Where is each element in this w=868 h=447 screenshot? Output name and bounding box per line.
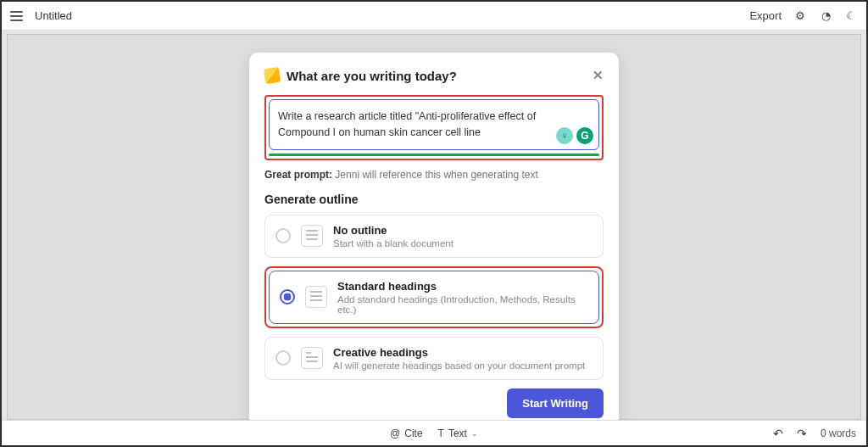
at-icon: @	[390, 427, 400, 439]
headings-page-icon	[305, 286, 327, 308]
modal-title: What are you writing today?	[287, 69, 457, 83]
export-button[interactable]: Export	[749, 9, 782, 22]
wave-icon	[264, 67, 281, 84]
prompt-highlight-frame: Write a research article titled "Anti-pr…	[264, 95, 604, 160]
word-count: 0 words	[821, 427, 856, 439]
prompt-modal: What are you writing today? ✕ Write a re…	[249, 53, 619, 433]
prompt-helper-label: Great prompt:	[264, 169, 332, 181]
chevron-down-icon: ⌄	[471, 429, 478, 438]
prompt-input[interactable]: Write a research article titled "Anti-pr…	[269, 99, 599, 150]
close-icon[interactable]: ✕	[593, 68, 604, 83]
option-title: Creative headings	[333, 346, 585, 359]
option-title: No outline	[333, 224, 453, 237]
outline-option-none[interactable]: No outline Start with a blank document	[264, 215, 604, 258]
prompt-helper: Great prompt: Jenni will reference this …	[264, 169, 604, 181]
bottom-bar: @ Cite T Text ⌄ ↶ ↷ 0 words	[2, 420, 866, 445]
menu-icon[interactable]	[10, 11, 23, 21]
radio-icon	[275, 228, 291, 243]
top-bar: Untitled Export ⚙ ◔ ☾	[2, 2, 866, 31]
cite-label: Cite	[404, 427, 422, 439]
start-writing-button[interactable]: Start Writing	[507, 388, 604, 418]
prompt-input-text: Write a research article titled "Anti-pr…	[278, 110, 536, 138]
app-window: Untitled Export ⚙ ◔ ☾ What are you writi…	[0, 0, 868, 447]
option-title: Standard headings	[337, 280, 588, 293]
outline-option-standard[interactable]: Standard headings Add standard headings …	[269, 271, 599, 324]
clock-icon[interactable]: ◔	[819, 9, 832, 23]
prompt-strength-bar	[269, 154, 599, 156]
document-title[interactable]: Untitled	[35, 9, 72, 22]
option-subtitle: Add standard headings (Introduction, Met…	[337, 294, 588, 315]
text-style-button[interactable]: T Text ⌄	[438, 427, 478, 439]
grammarly-icon[interactable]: G	[576, 127, 593, 144]
radio-icon-selected	[280, 289, 295, 305]
moon-icon[interactable]: ☾	[844, 9, 858, 23]
blank-page-icon	[301, 225, 323, 247]
prompt-helper-text: Jenni will reference this when generatin…	[335, 169, 537, 181]
generate-outline-label: Generate outline	[264, 193, 604, 206]
suggestion-icon[interactable]: ♀	[556, 127, 573, 144]
undo-button[interactable]: ↶	[773, 427, 783, 440]
creative-page-icon	[301, 347, 323, 369]
text-icon: T	[438, 427, 444, 439]
option-subtitle: Start with a blank document	[333, 238, 453, 249]
text-label: Text	[448, 427, 467, 439]
radio-icon	[275, 350, 291, 366]
cite-button[interactable]: @ Cite	[390, 427, 423, 439]
outline-option-standard-highlight: Standard headings Add standard headings …	[264, 266, 604, 328]
option-subtitle: AI will generate headings based on your …	[333, 360, 585, 371]
redo-button[interactable]: ↷	[797, 427, 807, 440]
outline-option-creative[interactable]: Creative headings AI will generate headi…	[264, 337, 604, 380]
gear-icon[interactable]: ⚙	[793, 9, 807, 23]
